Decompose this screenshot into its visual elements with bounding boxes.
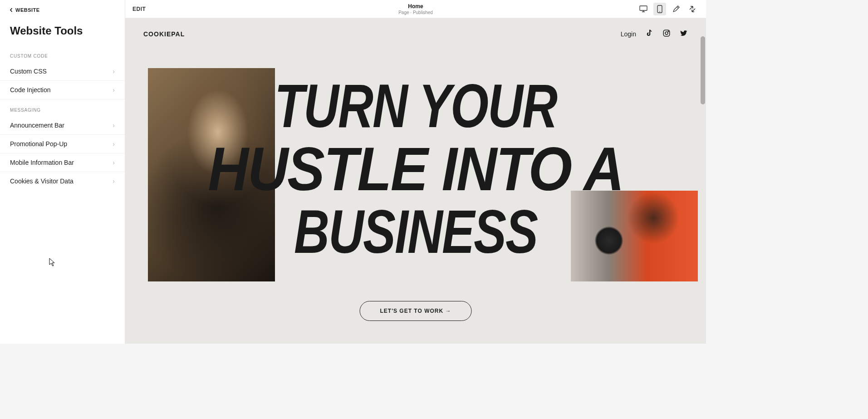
svg-point-5 xyxy=(668,31,669,32)
chevron-right-icon: › xyxy=(113,177,115,185)
back-label: WEBSITE xyxy=(15,7,40,13)
nav-item-custom-css[interactable]: Custom CSS › xyxy=(0,62,125,81)
site-nav: Login xyxy=(621,29,688,39)
nav-item-cookies-visitor-data[interactable]: Cookies & Visitor Data › xyxy=(0,172,125,190)
nav-item-mobile-info-bar[interactable]: Mobile Information Bar › xyxy=(0,153,125,172)
nav-item-label: Mobile Information Bar xyxy=(10,159,74,166)
section-header-messaging: MESSAGING xyxy=(0,99,125,116)
topbar: EDIT Home Page · Published xyxy=(125,0,706,18)
edit-button[interactable]: EDIT xyxy=(132,6,146,12)
tiktok-link[interactable] xyxy=(645,29,653,39)
nav-item-announcement-bar[interactable]: Announcement Bar › xyxy=(0,116,125,135)
svg-rect-0 xyxy=(640,6,647,10)
tiktok-icon xyxy=(645,29,653,37)
nav-item-label: Announcement Bar xyxy=(10,122,64,129)
instagram-link[interactable] xyxy=(662,29,671,39)
desktop-icon xyxy=(639,5,647,13)
styles-button[interactable] xyxy=(670,3,682,15)
svg-point-4 xyxy=(665,32,668,35)
back-button[interactable]: WEBSITE xyxy=(0,0,125,18)
preview-pane: COOKIEPAL Login TURN YOUR HUSTLE INTO A … xyxy=(125,18,706,344)
chevron-right-icon: › xyxy=(113,86,115,94)
chevron-right-icon: › xyxy=(113,68,115,75)
twitter-link[interactable] xyxy=(680,29,688,39)
expand-icon xyxy=(689,5,696,13)
instagram-icon xyxy=(662,29,671,37)
nav-item-label: Promotional Pop-Up xyxy=(10,140,67,148)
hero: TURN YOUR HUSTLE INTO A BUSINESS LET'S G… xyxy=(125,50,706,339)
chevron-right-icon: › xyxy=(113,122,115,129)
chevron-left-icon xyxy=(9,8,14,12)
nav-item-promotional-popup[interactable]: Promotional Pop-Up › xyxy=(0,135,125,153)
site-header: COOKIEPAL Login xyxy=(125,18,706,50)
sidebar-title: Website Tools xyxy=(0,18,125,45)
paintbrush-icon xyxy=(672,5,680,13)
svg-point-2 xyxy=(659,11,660,12)
scrollbar[interactable] xyxy=(701,36,705,104)
chevron-right-icon: › xyxy=(113,159,115,166)
site-brand[interactable]: COOKIEPAL xyxy=(143,30,185,38)
topbar-actions xyxy=(637,3,699,15)
nav-item-code-injection[interactable]: Code Injection › xyxy=(0,81,125,99)
mobile-view-button[interactable] xyxy=(653,3,666,15)
mobile-icon xyxy=(657,5,662,13)
desktop-view-button[interactable] xyxy=(637,3,650,15)
chevron-right-icon: › xyxy=(113,140,115,148)
page-info: Home Page · Published xyxy=(398,3,433,15)
nav-item-label: Code Injection xyxy=(10,86,51,94)
page-title: Home xyxy=(398,3,433,10)
twitter-icon xyxy=(680,29,688,37)
section-header-custom-code: CUSTOM CODE xyxy=(0,45,125,62)
hero-image-left xyxy=(148,68,275,281)
login-link[interactable]: Login xyxy=(621,30,636,38)
expand-button[interactable] xyxy=(686,3,699,15)
cta-button[interactable]: LET'S GET TO WORK → xyxy=(360,301,472,321)
sidebar: WEBSITE Website Tools CUSTOM CODE Custom… xyxy=(0,0,125,344)
nav-item-label: Cookies & Visitor Data xyxy=(10,177,74,185)
hero-image-right xyxy=(571,191,698,281)
nav-item-label: Custom CSS xyxy=(10,68,47,75)
page-meta: Page · Published xyxy=(398,10,433,15)
